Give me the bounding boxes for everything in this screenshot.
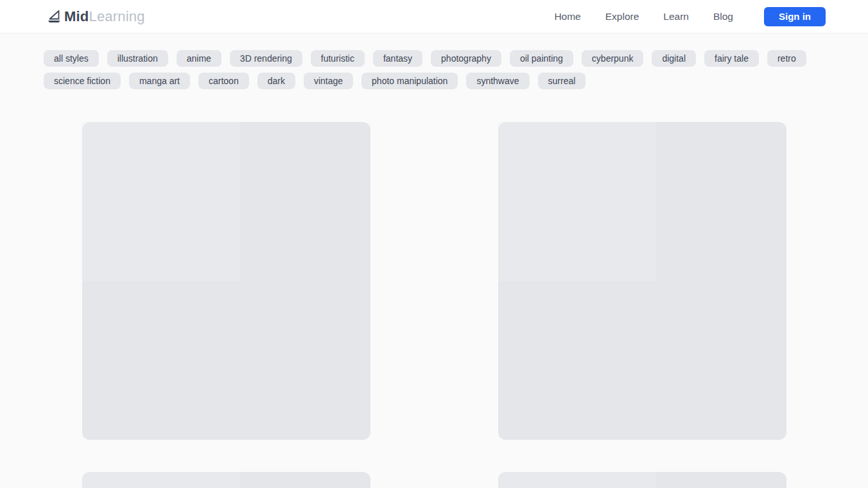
image-placeholder-card[interactable] [82, 472, 370, 488]
brand-name-bold: Mid [64, 8, 89, 25]
nav-link-explore[interactable]: Explore [605, 11, 639, 22]
main-nav: HomeExploreLearnBlog [554, 11, 733, 22]
style-tag-all-styles[interactable]: all styles [44, 50, 99, 67]
style-tag-futuristic[interactable]: futuristic [311, 50, 365, 67]
style-tag-digital[interactable]: digital [652, 50, 696, 67]
image-placeholder-card[interactable] [82, 122, 370, 440]
style-tag-fairy-tale[interactable]: fairy tale [704, 50, 759, 67]
style-tag-synthwave[interactable]: synthwave [466, 73, 529, 89]
style-tag-anime[interactable]: anime [177, 50, 221, 67]
style-tag-retro[interactable]: retro [767, 50, 806, 67]
style-filter-bar: all stylesillustrationanime3D renderingf… [44, 50, 829, 89]
nav-link-learn[interactable]: Learn [663, 11, 689, 22]
header: Mid Learning HomeExploreLearnBlog Sign i… [0, 0, 868, 33]
image-placeholder-card[interactable] [498, 122, 786, 440]
style-tag-3D-rendering[interactable]: 3D rendering [230, 50, 302, 67]
sailboat-icon [46, 9, 62, 24]
style-tag-fantasy[interactable]: fantasy [373, 50, 422, 67]
style-tag-cyberpunk[interactable]: cyberpunk [582, 50, 644, 67]
style-tag-surreal[interactable]: surreal [538, 73, 586, 89]
style-tag-vintage[interactable]: vintage [304, 73, 353, 89]
style-tag-dark[interactable]: dark [257, 73, 295, 89]
main-content: all stylesillustrationanime3D renderingf… [0, 50, 868, 488]
image-placeholder-card[interactable] [498, 472, 786, 488]
nav-link-home[interactable]: Home [554, 11, 580, 22]
style-tag-illustration[interactable]: illustration [107, 50, 168, 67]
style-tag-science-fiction[interactable]: science fiction [44, 73, 121, 89]
style-tag-photography[interactable]: photography [431, 50, 501, 67]
style-tag-photo-manipulation[interactable]: photo manipulation [361, 73, 458, 89]
style-tag-cartoon[interactable]: cartoon [198, 73, 249, 89]
sign-in-button[interactable]: Sign in [764, 7, 826, 26]
image-gallery [82, 122, 786, 488]
nav-link-blog[interactable]: Blog [713, 11, 733, 22]
style-tag-manga-art[interactable]: manga art [129, 73, 190, 89]
brand-name: Mid Learning [64, 8, 145, 25]
brand-name-light: Learning [89, 8, 144, 25]
style-tag-oil-painting[interactable]: oil painting [510, 50, 573, 67]
brand-logo[interactable]: Mid Learning [46, 8, 145, 25]
